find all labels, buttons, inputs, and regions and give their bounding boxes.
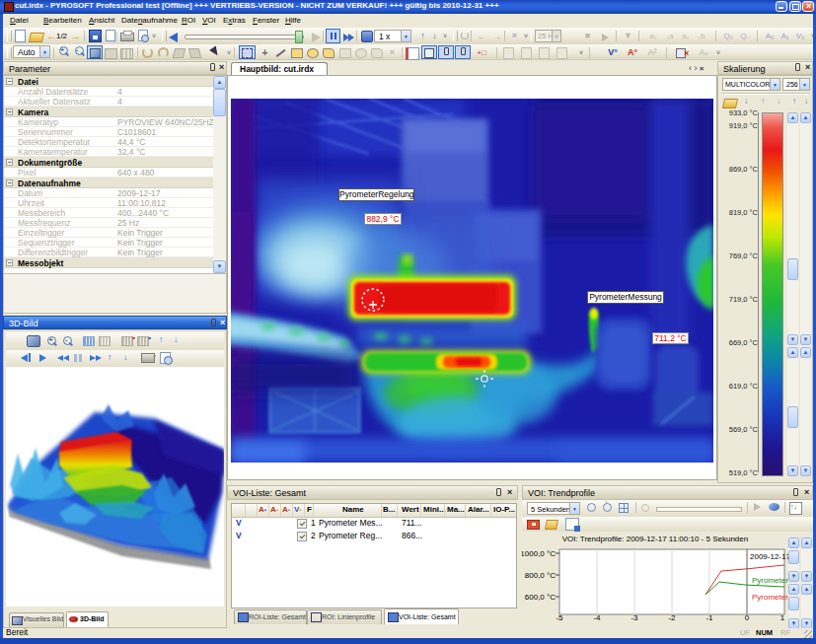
svg-text:Pyrometer M: Pyrometer M — [752, 593, 788, 602]
svg-text:-4: -4 — [593, 613, 601, 622]
svg-text:-3: -3 — [631, 613, 638, 622]
svg-text:-2: -2 — [668, 613, 676, 622]
svg-text:2009-12-17: 2009-12-17 — [750, 552, 788, 561]
svg-text:800,0 °C: 800,0 °C — [525, 571, 556, 580]
svg-text:Pyrometer R: Pyrometer R — [752, 576, 788, 585]
svg-text:600,0 °C: 600,0 °C — [525, 593, 556, 602]
svg-text:1000,0 °C: 1000,0 °C — [522, 549, 556, 558]
svg-text:1: 1 — [780, 613, 785, 622]
svg-text:-1: -1 — [705, 613, 713, 622]
svg-text:-5: -5 — [556, 613, 563, 622]
svg-text:0: 0 — [745, 613, 750, 622]
